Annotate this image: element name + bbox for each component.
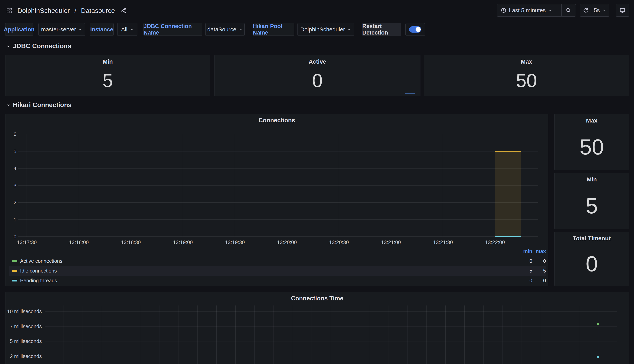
refresh-interval-label: 5s bbox=[594, 7, 600, 14]
x-tick-label: 13:18:30 bbox=[117, 239, 145, 246]
section-jdbc-connections[interactable]: JDBC Connections bbox=[6, 41, 71, 51]
panel-title[interactable]: Connections bbox=[6, 117, 548, 124]
filter-application-label: Application bbox=[5, 23, 33, 36]
panel-jdbc-min: Min 5 bbox=[5, 55, 210, 96]
x-tick-label: 13:19:00 bbox=[169, 239, 197, 246]
filter-label-text: JDBC Connection Name bbox=[144, 23, 202, 36]
grafana-dashboard: DolphinScheduler / Datasource Last 5 min… bbox=[0, 0, 634, 364]
refresh-group: 5s bbox=[580, 4, 609, 16]
y-tick-label: 5 bbox=[6, 148, 17, 154]
chevron-down-icon bbox=[130, 28, 134, 32]
series-swatch bbox=[12, 280, 17, 282]
chevron-down-icon bbox=[347, 28, 351, 32]
y-tick-label: 1 bbox=[6, 216, 17, 223]
panel-connections: Connections 0123456 13:17:3013:18:0013:1… bbox=[5, 114, 548, 286]
time-range-label: Last 5 minutes bbox=[509, 7, 546, 14]
apps-grid-icon[interactable] bbox=[6, 7, 13, 14]
x-tick-label: 13:18:00 bbox=[65, 239, 93, 246]
legend-label[interactable]: Idle connections bbox=[20, 268, 57, 274]
panel-total-timeout: Total Timeout 0 bbox=[554, 232, 629, 286]
breadcrumb-page[interactable]: Datasource bbox=[81, 7, 115, 14]
x-tick-label: 13:19:30 bbox=[221, 239, 249, 246]
chevron-down-icon bbox=[78, 28, 82, 32]
filter-instance-label: Instance bbox=[90, 23, 114, 36]
toggle-track bbox=[409, 26, 421, 32]
filter-value-text: All bbox=[121, 26, 127, 33]
filter-label-text: Restart Detection bbox=[362, 23, 401, 36]
filter-label-text: Application bbox=[4, 26, 35, 33]
stat-title[interactable]: Active bbox=[309, 58, 326, 65]
legend-min-value: 5 bbox=[519, 268, 532, 274]
stat-value: 0 bbox=[312, 65, 323, 96]
clock-icon bbox=[501, 8, 506, 13]
stat-title[interactable]: Min bbox=[587, 176, 597, 183]
breadcrumb-dashboard[interactable]: DolphinScheduler bbox=[17, 7, 70, 14]
refresh-icon bbox=[583, 8, 588, 13]
x-tick-label: 13:22:00 bbox=[481, 239, 509, 246]
legend-header: min max bbox=[9, 248, 546, 254]
y-tick-label: 7 milliseconds bbox=[6, 323, 42, 330]
y-tick-label: 6 bbox=[6, 131, 17, 137]
filter-value-text: dataSource bbox=[207, 26, 236, 33]
stat-title[interactable]: Max bbox=[521, 58, 532, 65]
legend-min-value: 0 bbox=[519, 278, 532, 284]
kiosk-mode-button[interactable] bbox=[616, 4, 629, 16]
time-range-picker[interactable]: Last 5 minutes bbox=[497, 4, 561, 16]
filter-instance-value[interactable]: All bbox=[117, 23, 137, 36]
section-hikari-connections[interactable]: Hikari Connections bbox=[6, 100, 72, 110]
section-title: JDBC Connections bbox=[13, 42, 71, 50]
legend-max-value: 0 bbox=[532, 278, 546, 284]
filter-value-text: master-server bbox=[41, 26, 76, 33]
legend-sort-max[interactable]: max bbox=[532, 248, 546, 254]
panel-title[interactable]: Connections Time bbox=[6, 295, 629, 302]
restart-detection-toggle[interactable] bbox=[405, 23, 425, 36]
section-title: Hikari Connections bbox=[13, 101, 72, 109]
y-tick-label: 5 milliseconds bbox=[6, 338, 42, 344]
y-tick-label: 0 bbox=[6, 234, 17, 240]
y-tick-label: 3 bbox=[6, 182, 17, 189]
y-tick-label: 2 bbox=[6, 199, 17, 206]
legend-sort-min[interactable]: min bbox=[519, 248, 532, 254]
x-tick-label: 13:21:30 bbox=[429, 239, 457, 246]
chevron-down-icon bbox=[239, 28, 243, 32]
stat-title[interactable]: Min bbox=[103, 58, 113, 65]
stat-value: 50 bbox=[579, 124, 604, 170]
zoom-out-icon bbox=[566, 8, 571, 13]
breadcrumb-separator: / bbox=[74, 7, 76, 14]
monitor-icon bbox=[619, 7, 625, 14]
stat-title[interactable]: Total Timeout bbox=[573, 235, 611, 242]
stat-value: 0 bbox=[585, 242, 598, 286]
connections-time-plot[interactable] bbox=[45, 306, 617, 364]
filter-hikari-pool-name-label: Hikari Pool Name bbox=[253, 23, 294, 36]
chevron-down-icon bbox=[6, 44, 11, 48]
panel-connections-time: Connections Time 10 milliseconds7 millis… bbox=[5, 292, 629, 364]
legend-row-pending-threads: Pending threads 0 0 bbox=[9, 276, 546, 286]
filter-jdbc-connection-name-value[interactable]: dataSource bbox=[205, 23, 245, 36]
filter-hikari-pool-name-value[interactable]: DolphinScheduler bbox=[297, 23, 354, 36]
panel-hikari-max: Max 50 bbox=[554, 114, 629, 170]
chevron-down-icon bbox=[6, 102, 11, 107]
legend-max-value: 0 bbox=[532, 258, 546, 264]
x-tick-label: 13:20:30 bbox=[325, 239, 353, 246]
connections-plot[interactable] bbox=[18, 134, 538, 236]
panel-hikari-min: Min 5 bbox=[554, 173, 629, 229]
filter-label-text: Hikari Pool Name bbox=[253, 23, 294, 36]
y-tick-label: 10 milliseconds bbox=[6, 308, 42, 314]
filter-application-value[interactable]: master-server bbox=[39, 23, 85, 36]
legend-min-value: 0 bbox=[519, 258, 532, 264]
stat-title[interactable]: Max bbox=[586, 117, 597, 124]
chevron-down-icon bbox=[602, 8, 606, 12]
share-icon[interactable] bbox=[121, 8, 127, 14]
breadcrumb: DolphinScheduler / Datasource bbox=[6, 7, 127, 14]
zoom-out-button[interactable] bbox=[561, 4, 576, 16]
legend-label[interactable]: Active connections bbox=[20, 258, 63, 264]
refresh-button[interactable] bbox=[580, 4, 591, 16]
legend-label[interactable]: Pending threads bbox=[20, 278, 57, 284]
refresh-interval-dropdown[interactable]: 5s bbox=[591, 4, 609, 16]
filter-value-text: DolphinScheduler bbox=[300, 26, 345, 33]
filter-jdbc-connection-name-label: JDBC Connection Name bbox=[144, 23, 202, 36]
filter-label-text: Instance bbox=[90, 26, 113, 33]
toggle-knob bbox=[416, 27, 421, 32]
restart-detection-label: Restart Detection bbox=[362, 23, 401, 36]
y-tick-label: 4 bbox=[6, 165, 17, 172]
